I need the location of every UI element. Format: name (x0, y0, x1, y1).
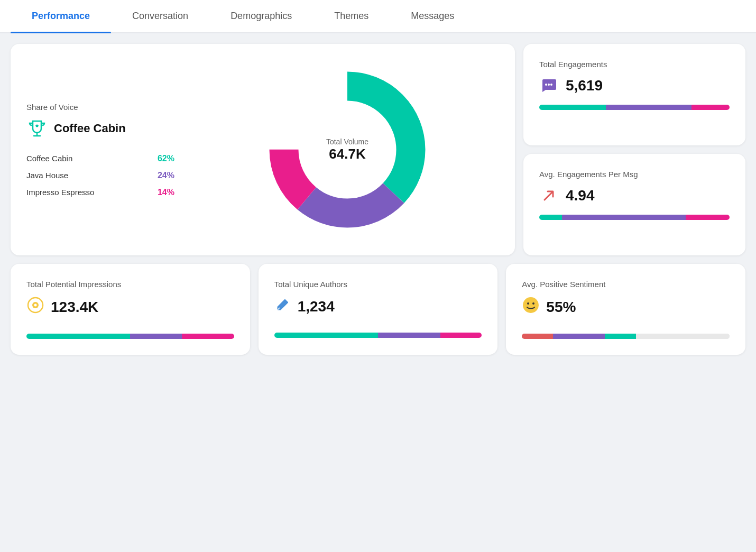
svg-point-1 (545, 84, 547, 86)
tab-performance[interactable]: Performance (11, 0, 111, 32)
nav-tabs: Performance Conversation Demographics Th… (0, 0, 756, 33)
legend-label-2: Impresso Espresso (26, 188, 94, 197)
eye-icon (26, 296, 44, 318)
tab-messages[interactable]: Messages (390, 0, 475, 32)
chat-bubble-icon (539, 76, 558, 95)
sentiment-bar (522, 334, 730, 339)
sb-purple (553, 334, 605, 339)
pb-teal-0 (539, 105, 606, 110)
sentiment-value: 55% (546, 299, 576, 316)
legend-pct-1: 24% (158, 171, 174, 180)
legend-pct-0: 62% (158, 154, 174, 163)
sb-rest (636, 334, 730, 339)
total-engagements-value: 5,619 (566, 77, 603, 94)
impressions-title: Total Potential Impressions (26, 280, 234, 289)
total-engagements-card: Total Engagements 5,619 (523, 44, 745, 145)
impressions-value: 123.4K (51, 299, 98, 316)
pb-pink-3 (440, 333, 482, 338)
legend-label-1: Java House (26, 171, 68, 180)
avg-engagements-value: 4.94 (566, 187, 595, 204)
share-of-voice-card: Share of Voice Coffee Cabin (11, 44, 515, 255)
total-engagements-bar (539, 105, 730, 110)
total-engagements-title: Total Engagements (539, 60, 730, 69)
pb-purple-3 (378, 333, 440, 338)
pb-purple-0 (606, 105, 692, 110)
sov-brand-name: Coffee Cabin (54, 122, 126, 135)
avg-engagements-card: Avg. Engagements Per Msg 4.94 (523, 154, 745, 255)
donut-center-label: Total Volume (326, 137, 368, 146)
svg-point-7 (523, 297, 539, 313)
svg-point-2 (548, 84, 550, 86)
tab-conversation[interactable]: Conversation (111, 0, 209, 32)
svg-point-6 (34, 304, 37, 307)
tab-demographics[interactable]: Demographics (209, 0, 313, 32)
impressions-value-row: 123.4K (26, 296, 234, 318)
pb-pink-2 (182, 334, 234, 339)
svg-point-9 (532, 302, 534, 305)
avg-engagements-value-row: 4.94 (539, 186, 730, 205)
trophy-icon (26, 118, 48, 139)
pb-teal-2 (26, 334, 130, 339)
legend-item-java-house: Java House 24% (26, 171, 174, 180)
sentiment-card: Avg. Positive Sentiment 55% (506, 264, 745, 355)
sov-legend: Coffee Cabin 62% Java House 24% Impresso… (26, 154, 174, 197)
avg-engagements-title: Avg. Engagements Per Msg (539, 170, 730, 179)
avg-engagements-bar (539, 215, 730, 220)
smiley-icon (522, 296, 540, 318)
legend-item-impresso: Impresso Espresso 14% (26, 188, 174, 197)
donut-chart: Total Volume 64.7K (257, 60, 437, 240)
bottom-row: Total Potential Impressions 123.4K T (11, 264, 745, 355)
donut-wrapper: Total Volume 64.7K (196, 60, 499, 240)
donut-center: Total Volume 64.7K (326, 137, 368, 162)
authors-bar (274, 333, 482, 338)
pencil-icon (274, 296, 291, 317)
svg-point-3 (550, 84, 552, 86)
total-engagements-value-row: 5,619 (539, 76, 730, 95)
authors-card: Total Unique Authors 1,234 (259, 264, 498, 355)
impressions-card: Total Potential Impressions 123.4K (11, 264, 250, 355)
legend-item-coffee-cabin: Coffee Cabin 62% (26, 154, 174, 163)
authors-value: 1,234 (298, 298, 335, 315)
pb-pink-0 (692, 105, 730, 110)
pb-purple-2 (130, 334, 182, 339)
impressions-bar (26, 334, 234, 339)
arrow-up-icon (539, 186, 558, 205)
pb-purple-1 (562, 215, 686, 220)
right-column: Total Engagements 5,619 (523, 44, 745, 255)
pb-teal-1 (539, 215, 562, 220)
authors-title: Total Unique Authors (274, 280, 482, 289)
donut-center-value: 64.7K (326, 146, 368, 162)
sentiment-title: Avg. Positive Sentiment (522, 280, 730, 289)
tab-themes[interactable]: Themes (313, 0, 390, 32)
sb-red (522, 334, 553, 339)
sb-teal (605, 334, 636, 339)
pb-teal-3 (274, 333, 378, 338)
legend-pct-2: 14% (158, 188, 174, 197)
sov-left: Share of Voice Coffee Cabin (26, 103, 174, 197)
pb-pink-1 (686, 215, 730, 220)
main-content: Share of Voice Coffee Cabin (0, 33, 756, 365)
legend-label-0: Coffee Cabin (26, 154, 72, 163)
sov-brand: Coffee Cabin (26, 118, 174, 139)
sentiment-value-row: 55% (522, 296, 730, 318)
top-row: Share of Voice Coffee Cabin (11, 44, 745, 255)
sov-title: Share of Voice (26, 103, 174, 112)
authors-value-row: 1,234 (274, 296, 482, 317)
svg-point-8 (527, 302, 529, 305)
